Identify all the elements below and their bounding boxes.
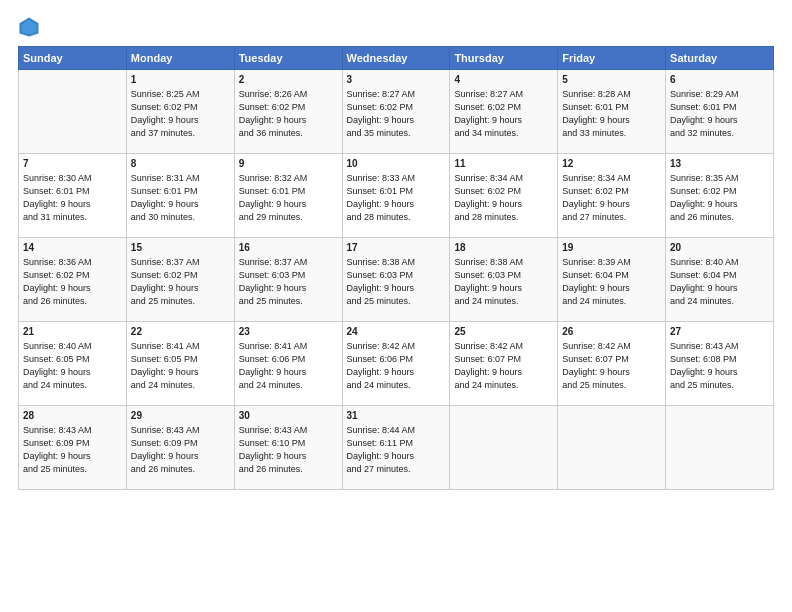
- calendar-cell: 22Sunrise: 8:41 AM Sunset: 6:05 PM Dayli…: [126, 322, 234, 406]
- day-number: 15: [131, 241, 230, 255]
- day-number: 23: [239, 325, 338, 339]
- calendar-cell: [19, 70, 127, 154]
- calendar-cell: 24Sunrise: 8:42 AM Sunset: 6:06 PM Dayli…: [342, 322, 450, 406]
- day-number: 16: [239, 241, 338, 255]
- calendar-table: SundayMondayTuesdayWednesdayThursdayFrid…: [18, 46, 774, 490]
- header-row: SundayMondayTuesdayWednesdayThursdayFrid…: [19, 47, 774, 70]
- calendar-cell: 18Sunrise: 8:38 AM Sunset: 6:03 PM Dayli…: [450, 238, 558, 322]
- day-info: Sunrise: 8:43 AM Sunset: 6:10 PM Dayligh…: [239, 424, 338, 476]
- day-number: 19: [562, 241, 661, 255]
- day-info: Sunrise: 8:43 AM Sunset: 6:08 PM Dayligh…: [670, 340, 769, 392]
- day-info: Sunrise: 8:37 AM Sunset: 6:03 PM Dayligh…: [239, 256, 338, 308]
- day-number: 31: [347, 409, 446, 423]
- day-number: 2: [239, 73, 338, 87]
- calendar-cell: 9Sunrise: 8:32 AM Sunset: 6:01 PM Daylig…: [234, 154, 342, 238]
- day-info: Sunrise: 8:26 AM Sunset: 6:02 PM Dayligh…: [239, 88, 338, 140]
- day-info: Sunrise: 8:27 AM Sunset: 6:02 PM Dayligh…: [454, 88, 553, 140]
- calendar-cell: 11Sunrise: 8:34 AM Sunset: 6:02 PM Dayli…: [450, 154, 558, 238]
- calendar-cell: 17Sunrise: 8:38 AM Sunset: 6:03 PM Dayli…: [342, 238, 450, 322]
- day-number: 14: [23, 241, 122, 255]
- day-number: 18: [454, 241, 553, 255]
- day-info: Sunrise: 8:29 AM Sunset: 6:01 PM Dayligh…: [670, 88, 769, 140]
- calendar-cell: 19Sunrise: 8:39 AM Sunset: 6:04 PM Dayli…: [558, 238, 666, 322]
- day-number: 26: [562, 325, 661, 339]
- day-number: 9: [239, 157, 338, 171]
- calendar-cell: 10Sunrise: 8:33 AM Sunset: 6:01 PM Dayli…: [342, 154, 450, 238]
- day-info: Sunrise: 8:34 AM Sunset: 6:02 PM Dayligh…: [562, 172, 661, 224]
- calendar-cell: 14Sunrise: 8:36 AM Sunset: 6:02 PM Dayli…: [19, 238, 127, 322]
- day-number: 28: [23, 409, 122, 423]
- day-number: 20: [670, 241, 769, 255]
- day-info: Sunrise: 8:38 AM Sunset: 6:03 PM Dayligh…: [347, 256, 446, 308]
- day-info: Sunrise: 8:35 AM Sunset: 6:02 PM Dayligh…: [670, 172, 769, 224]
- day-info: Sunrise: 8:43 AM Sunset: 6:09 PM Dayligh…: [131, 424, 230, 476]
- calendar-cell: 5Sunrise: 8:28 AM Sunset: 6:01 PM Daylig…: [558, 70, 666, 154]
- day-info: Sunrise: 8:32 AM Sunset: 6:01 PM Dayligh…: [239, 172, 338, 224]
- calendar-cell: 16Sunrise: 8:37 AM Sunset: 6:03 PM Dayli…: [234, 238, 342, 322]
- col-header-monday: Monday: [126, 47, 234, 70]
- calendar-cell: 2Sunrise: 8:26 AM Sunset: 6:02 PM Daylig…: [234, 70, 342, 154]
- calendar-cell: 4Sunrise: 8:27 AM Sunset: 6:02 PM Daylig…: [450, 70, 558, 154]
- calendar-cell: 7Sunrise: 8:30 AM Sunset: 6:01 PM Daylig…: [19, 154, 127, 238]
- calendar-cell: [666, 406, 774, 490]
- day-number: 25: [454, 325, 553, 339]
- calendar-cell: 3Sunrise: 8:27 AM Sunset: 6:02 PM Daylig…: [342, 70, 450, 154]
- logo-icon: [18, 16, 40, 38]
- day-number: 1: [131, 73, 230, 87]
- day-info: Sunrise: 8:41 AM Sunset: 6:06 PM Dayligh…: [239, 340, 338, 392]
- day-info: Sunrise: 8:28 AM Sunset: 6:01 PM Dayligh…: [562, 88, 661, 140]
- day-info: Sunrise: 8:31 AM Sunset: 6:01 PM Dayligh…: [131, 172, 230, 224]
- day-number: 24: [347, 325, 446, 339]
- week-row-5: 28Sunrise: 8:43 AM Sunset: 6:09 PM Dayli…: [19, 406, 774, 490]
- day-number: 13: [670, 157, 769, 171]
- col-header-friday: Friday: [558, 47, 666, 70]
- calendar-cell: 28Sunrise: 8:43 AM Sunset: 6:09 PM Dayli…: [19, 406, 127, 490]
- calendar-cell: 6Sunrise: 8:29 AM Sunset: 6:01 PM Daylig…: [666, 70, 774, 154]
- calendar-cell: 23Sunrise: 8:41 AM Sunset: 6:06 PM Dayli…: [234, 322, 342, 406]
- week-row-1: 1Sunrise: 8:25 AM Sunset: 6:02 PM Daylig…: [19, 70, 774, 154]
- day-number: 29: [131, 409, 230, 423]
- calendar-cell: 25Sunrise: 8:42 AM Sunset: 6:07 PM Dayli…: [450, 322, 558, 406]
- day-number: 27: [670, 325, 769, 339]
- day-number: 8: [131, 157, 230, 171]
- week-row-2: 7Sunrise: 8:30 AM Sunset: 6:01 PM Daylig…: [19, 154, 774, 238]
- day-number: 21: [23, 325, 122, 339]
- header: [18, 16, 774, 40]
- calendar-cell: 12Sunrise: 8:34 AM Sunset: 6:02 PM Dayli…: [558, 154, 666, 238]
- page: SundayMondayTuesdayWednesdayThursdayFrid…: [0, 0, 792, 612]
- day-number: 22: [131, 325, 230, 339]
- day-number: 3: [347, 73, 446, 87]
- calendar-cell: 29Sunrise: 8:43 AM Sunset: 6:09 PM Dayli…: [126, 406, 234, 490]
- col-header-saturday: Saturday: [666, 47, 774, 70]
- calendar-cell: 31Sunrise: 8:44 AM Sunset: 6:11 PM Dayli…: [342, 406, 450, 490]
- day-info: Sunrise: 8:40 AM Sunset: 6:04 PM Dayligh…: [670, 256, 769, 308]
- calendar-cell: 1Sunrise: 8:25 AM Sunset: 6:02 PM Daylig…: [126, 70, 234, 154]
- col-header-tuesday: Tuesday: [234, 47, 342, 70]
- calendar-cell: [558, 406, 666, 490]
- day-info: Sunrise: 8:34 AM Sunset: 6:02 PM Dayligh…: [454, 172, 553, 224]
- day-number: 4: [454, 73, 553, 87]
- day-info: Sunrise: 8:37 AM Sunset: 6:02 PM Dayligh…: [131, 256, 230, 308]
- day-info: Sunrise: 8:42 AM Sunset: 6:07 PM Dayligh…: [454, 340, 553, 392]
- calendar-cell: 26Sunrise: 8:42 AM Sunset: 6:07 PM Dayli…: [558, 322, 666, 406]
- day-number: 30: [239, 409, 338, 423]
- week-row-3: 14Sunrise: 8:36 AM Sunset: 6:02 PM Dayli…: [19, 238, 774, 322]
- col-header-thursday: Thursday: [450, 47, 558, 70]
- day-info: Sunrise: 8:41 AM Sunset: 6:05 PM Dayligh…: [131, 340, 230, 392]
- day-info: Sunrise: 8:39 AM Sunset: 6:04 PM Dayligh…: [562, 256, 661, 308]
- day-info: Sunrise: 8:44 AM Sunset: 6:11 PM Dayligh…: [347, 424, 446, 476]
- day-number: 7: [23, 157, 122, 171]
- day-number: 6: [670, 73, 769, 87]
- day-number: 12: [562, 157, 661, 171]
- day-number: 10: [347, 157, 446, 171]
- day-number: 17: [347, 241, 446, 255]
- day-number: 11: [454, 157, 553, 171]
- calendar-cell: 8Sunrise: 8:31 AM Sunset: 6:01 PM Daylig…: [126, 154, 234, 238]
- day-info: Sunrise: 8:30 AM Sunset: 6:01 PM Dayligh…: [23, 172, 122, 224]
- day-info: Sunrise: 8:43 AM Sunset: 6:09 PM Dayligh…: [23, 424, 122, 476]
- col-header-wednesday: Wednesday: [342, 47, 450, 70]
- calendar-cell: 15Sunrise: 8:37 AM Sunset: 6:02 PM Dayli…: [126, 238, 234, 322]
- calendar-cell: 20Sunrise: 8:40 AM Sunset: 6:04 PM Dayli…: [666, 238, 774, 322]
- calendar-cell: 30Sunrise: 8:43 AM Sunset: 6:10 PM Dayli…: [234, 406, 342, 490]
- calendar-cell: 27Sunrise: 8:43 AM Sunset: 6:08 PM Dayli…: [666, 322, 774, 406]
